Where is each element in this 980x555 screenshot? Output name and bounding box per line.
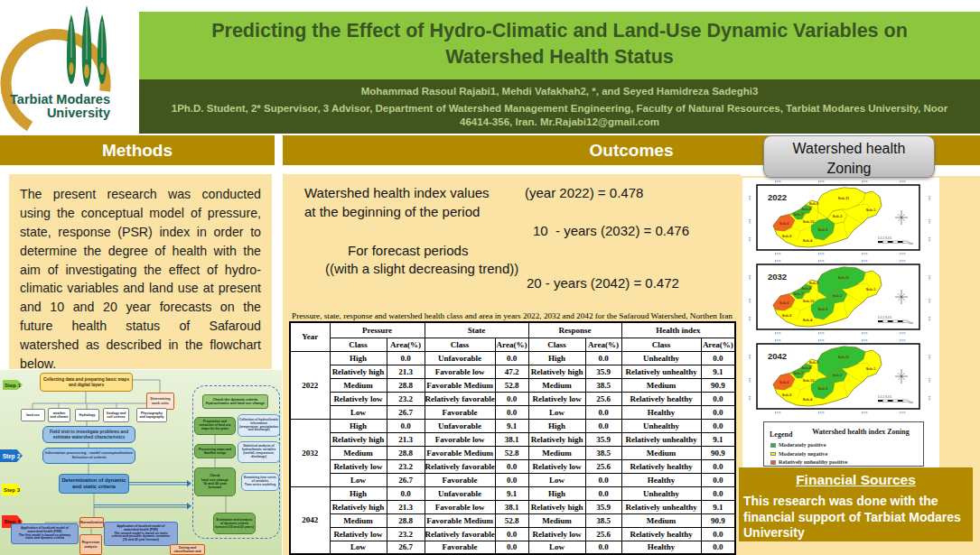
class-cell: Favorable Medium — [425, 378, 495, 392]
col-group-health: Health index — [621, 322, 735, 338]
flow-box: Normalization — [79, 517, 104, 528]
map-legend: Legend Watershed health index Zoning Mod… — [763, 421, 924, 467]
area-cell: 26.7 — [387, 405, 425, 419]
area-cell: 0.0 — [701, 527, 735, 541]
area-cell: 28.8 — [387, 446, 425, 459]
class-cell: Unhealthy — [621, 486, 701, 500]
svg-text:Sub-9: Sub-9 — [809, 361, 819, 365]
flow-box: weatherand climate — [48, 408, 70, 422]
zoning-panel: Sub-1Sub-2Sub-3Sub-4Sub-5Sub-6Sub-7Sub-8… — [741, 176, 980, 555]
svg-text:Sub-5: Sub-5 — [782, 314, 792, 318]
legend-item: Moderately negative — [770, 450, 827, 457]
class-cell: Favorable low — [425, 500, 495, 513]
svg-text:Sub-6: Sub-6 — [779, 301, 789, 305]
title-band: Predicting the Effect of Hydro-Climatic … — [139, 12, 980, 79]
svg-text:Sub-2: Sub-2 — [833, 374, 843, 377]
svg-text:Sub-11: Sub-11 — [838, 197, 849, 200]
subheader-class: Class — [425, 338, 495, 351]
health-table: Year Pressure State Response Health inde… — [289, 321, 736, 555]
svg-text:Sub-1: Sub-1 — [866, 367, 876, 371]
svg-text:Sub-11: Sub-11 — [838, 276, 849, 280]
class-cell: Relatively unhealthy — [621, 500, 701, 513]
class-cell: Low — [528, 541, 585, 554]
flow-box: Examining time seriesof variablesTime se… — [241, 473, 279, 491]
flow-box: Estimation and analysisof dynamic criter… — [213, 513, 256, 534]
class-cell: Relatively unhealthy — [621, 365, 701, 378]
area-cell: 0.0 — [701, 419, 735, 432]
flow-box: Statistical analysis ofhydroclimatic var… — [238, 441, 280, 463]
class-cell: High — [330, 419, 387, 432]
methods-header: Methods — [0, 135, 275, 165]
class-cell: Relatively healthy — [621, 459, 701, 473]
svg-text:Sub-6: Sub-6 — [779, 222, 789, 226]
area-cell: 52.8 — [495, 513, 528, 527]
class-cell: Favorable low — [425, 432, 495, 446]
class-cell: Unfavorable — [425, 351, 495, 365]
class-cell: Relatively healthy — [621, 527, 701, 541]
legend-title: Watershed health index Zoning — [800, 428, 921, 436]
table-row: Relatively high21.3Favorable low38.1Rela… — [290, 432, 735, 446]
class-cell: Relatively high — [528, 500, 585, 513]
class-cell: Relatively healthy — [621, 392, 701, 405]
map-year: 2042 — [768, 351, 787, 361]
svg-text:Km: Km — [909, 242, 913, 245]
subheader-class: Class — [330, 338, 387, 351]
flow-box: Collecting data and preparing basic maps… — [40, 373, 133, 392]
area-cell: 0.0 — [495, 392, 528, 405]
outcomes-value-2042: 20 - years (2042) = 0.472 — [527, 275, 679, 291]
methods-flowchart: Step 1Step 2Step 3Step 4 Collecting data… — [0, 370, 282, 555]
logo-text-line2: University — [47, 106, 110, 120]
svg-text:Sub-3: Sub-3 — [818, 308, 828, 311]
area-cell: 52.8 — [495, 378, 528, 392]
legend-swatch — [770, 460, 776, 465]
area-cell: 25.6 — [585, 527, 621, 541]
svg-text:0 1 2 3 4 5: 0 1 2 3 4 5 — [878, 316, 891, 319]
outcomes-value-2022: (year 2022) = 0.478 — [525, 185, 643, 200]
area-cell: 21.3 — [387, 365, 425, 378]
area-cell: 0.0 — [495, 527, 528, 541]
table-row: Low26.7Favorable0.0Low0.0Healthy0.0 — [290, 473, 735, 486]
area-cell: 35.9 — [585, 432, 621, 446]
class-cell: Unfavorable — [425, 419, 495, 432]
svg-text:Sub-4: Sub-4 — [803, 239, 813, 243]
class-cell: Low — [528, 405, 585, 419]
svg-text:Sub-1: Sub-1 — [866, 288, 876, 291]
area-cell: 9.1 — [701, 365, 735, 378]
col-group-pressure: Pressure — [330, 322, 425, 338]
flow-box: Check the dynamic criteriaHydroclimatic … — [202, 394, 268, 409]
poster-title-line1: Predicting the Effect of Hydro-Climatic … — [139, 18, 980, 44]
area-cell: 21.3 — [387, 500, 425, 513]
svg-text:0 1 2 3 4 5: 0 1 2 3 4 5 — [878, 395, 891, 399]
svg-text:Sub-9: Sub-9 — [809, 282, 819, 285]
area-cell: 25.6 — [585, 459, 621, 473]
class-cell: High — [528, 351, 585, 365]
affiliation-line2: 46414-356, Iran. Mr.Rajabi12@gmail.com — [139, 116, 980, 129]
legend-swatch — [770, 443, 776, 448]
legend-label: Legend — [770, 430, 792, 439]
table-row: Relatively high21.3Favorable low47.2Rela… — [290, 365, 735, 378]
table-row: Low26.7Favorable0.0Low0.0Healthy0.0 — [290, 541, 735, 554]
area-cell: 0.0 — [701, 405, 735, 419]
area-cell: 38.5 — [585, 513, 621, 527]
area-cell: 38.1 — [495, 500, 528, 513]
flow-box: Regressionanalysis — [79, 534, 102, 555]
svg-text:0 1 2 3 4 5: 0 1 2 3 4 5 — [878, 236, 891, 240]
table-row: 2042High0.0Unfavorable9.1High0.0Unhealth… — [290, 486, 735, 500]
area-cell: 38.1 — [495, 432, 528, 446]
area-cell: 9.1 — [495, 419, 528, 432]
class-cell: High — [528, 419, 585, 432]
area-cell: 47.2 — [495, 365, 528, 378]
svg-text:Sub-4: Sub-4 — [803, 319, 813, 322]
map-year: 2032 — [768, 272, 787, 282]
class-cell: Relatively low — [528, 459, 585, 473]
year-cell: 2032 — [290, 419, 330, 486]
outcomes-panel: Watershed health index values at the beg… — [283, 174, 741, 555]
class-cell: Relatively favorable — [425, 392, 495, 405]
class-cell: Relatively high — [528, 365, 585, 378]
class-cell: High — [330, 486, 387, 500]
legend-swatch — [770, 452, 776, 457]
area-cell: 0.0 — [495, 405, 528, 419]
area-cell: 0.0 — [701, 473, 735, 486]
svg-text:Sub-8: Sub-8 — [802, 287, 812, 291]
area-cell: 0.0 — [701, 486, 735, 500]
